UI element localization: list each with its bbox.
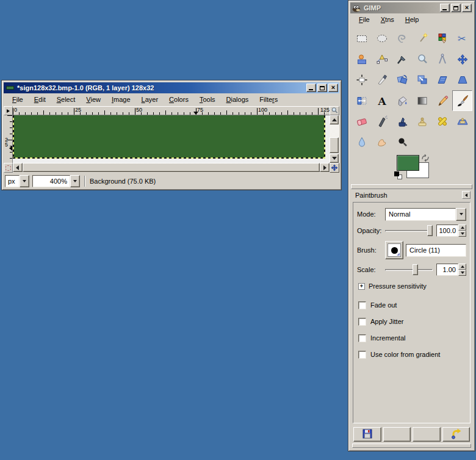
tool-scissors-select[interactable]: ✂ [452,28,472,49]
menu-filters[interactable]: Filters [254,95,283,104]
spin-up-button[interactable] [458,264,466,270]
close-button[interactable]: × [328,84,338,92]
tool-fuzzy-select[interactable] [412,28,432,49]
toolbox-titlebar[interactable]: GIMP × [350,2,473,13]
tool-free-select[interactable] [392,28,412,49]
scale-slider-thumb[interactable] [413,264,418,275]
zoom-follow-window-button[interactable] [330,106,339,115]
vertical-scrollbar[interactable] [330,115,339,163]
scroll-left-button[interactable] [13,163,23,172]
opacity-slider-thumb[interactable] [427,225,433,236]
tool-perspective[interactable] [452,70,472,90]
menu-help[interactable]: Help [400,15,424,24]
zoom-level-value[interactable]: 400% [32,175,70,187]
default-colors-icon[interactable] [394,171,403,180]
menu-view[interactable]: View [81,95,106,104]
tool-move[interactable] [452,49,472,70]
tool-eraser[interactable] [352,111,372,132]
tool-smudge[interactable] [372,132,392,153]
menu-edit[interactable]: Edit [29,95,51,104]
minimize-button[interactable] [440,4,450,12]
opacity-spinner[interactable]: 100.0 [436,225,466,237]
tool-crop[interactable] [372,70,392,90]
tool-scale[interactable] [412,70,432,90]
tool-shear[interactable] [432,70,452,90]
menu-file[interactable]: File [354,15,375,24]
brush-name-field[interactable]: Circle (11) [406,244,466,257]
tool-select-by-color[interactable] [432,28,452,49]
checkbox-use-color-from-gradient[interactable] [358,351,366,359]
spin-down-button[interactable] [458,231,466,237]
reset-options-button[interactable] [442,427,471,442]
tool-text[interactable]: A [372,90,392,111]
close-button[interactable]: × [462,4,472,12]
scroll-up-button[interactable] [330,115,339,124]
scroll-down-button[interactable] [330,154,339,163]
tool-foreground-select[interactable] [352,49,372,70]
tool-ellipse-select[interactable] [372,28,392,49]
tool-pencil[interactable] [432,90,452,111]
menu-dialogs[interactable]: Dialogs [222,95,254,104]
tool-bucket-fill[interactable] [392,90,412,111]
tool-paintbrush[interactable] [452,90,472,111]
menu-tools[interactable]: Tools [195,95,220,104]
mode-value[interactable]: Normal [385,208,456,221]
scale-slider[interactable] [385,264,433,275]
tool-rect-select[interactable] [352,28,372,49]
opacity-value[interactable]: 100.0 [436,225,458,237]
tab-menu-button[interactable] [462,191,471,199]
tool-heal[interactable] [432,111,452,132]
tool-clone[interactable] [412,111,432,132]
navigation-button[interactable] [330,163,339,173]
menu-xtns[interactable]: Xtns [376,15,399,24]
tool-airbrush[interactable] [372,111,392,132]
maximize-button[interactable] [451,4,461,12]
scroll-right-button[interactable] [320,163,330,172]
tool-perspective-clone[interactable] [452,111,472,132]
tool-color-picker[interactable] [392,49,412,70]
scale-spinner[interactable]: 1.00 [436,264,466,276]
spin-up-button[interactable] [458,225,466,231]
unit-combo[interactable]: px [5,175,29,187]
expander-plus-icon[interactable]: + [358,283,365,290]
menu-colors[interactable]: Colors [164,95,193,104]
tool-ink[interactable] [392,111,412,132]
zoom-dropdown-button[interactable] [70,175,80,187]
image-window-titlebar[interactable]: *sign128x32.bmp-1.0 (RGB, 1 layer) 128x3… [4,82,339,93]
vertical-scroll-thumb[interactable] [330,137,339,153]
tool-zoom[interactable] [412,49,432,70]
dock-drag-handle[interactable] [351,184,472,189]
menu-layer[interactable]: Layer [137,95,164,104]
brush-preview-button[interactable] [385,241,403,259]
scale-value[interactable]: 1.00 [436,264,458,276]
swap-colors-icon[interactable] [421,154,430,164]
tool-dodge-burn[interactable] [392,132,412,153]
pressure-sensitivity-expander[interactable]: + Pressure sensitivity [358,281,466,292]
unit-value[interactable]: px [5,175,20,187]
checkbox-incremental[interactable] [358,334,366,342]
tool-measure[interactable] [432,49,452,70]
opacity-slider[interactable] [385,225,433,236]
minimize-button[interactable] [306,84,316,92]
checkbox-apply-jitter[interactable] [358,318,366,326]
spin-down-button[interactable] [458,270,466,276]
horizontal-scrollbar[interactable] [13,163,330,173]
foreground-color-swatch[interactable] [397,155,419,171]
tool-blend[interactable] [412,90,432,111]
maximize-button[interactable] [317,84,327,92]
unit-dropdown-button[interactable] [20,175,29,187]
quickmask-toggle-button[interactable] [4,163,13,173]
zoom-level-combo[interactable]: 400% [32,175,80,187]
menu-file[interactable]: File [7,95,28,104]
checkbox-fade-out[interactable] [358,301,366,309]
tool-blur-sharpen[interactable] [352,132,372,153]
tool-rotate[interactable] [392,70,412,90]
canvas[interactable] [13,115,325,158]
save-options-button[interactable] [353,427,381,442]
tool-align[interactable] [352,70,372,90]
mode-combo[interactable]: Normal [385,208,466,221]
ruler-corner-menu-button[interactable] [4,106,13,115]
horizontal-scroll-thumb[interactable] [23,163,320,172]
menu-select[interactable]: Select [52,95,81,104]
menu-image[interactable]: Image [107,95,135,104]
